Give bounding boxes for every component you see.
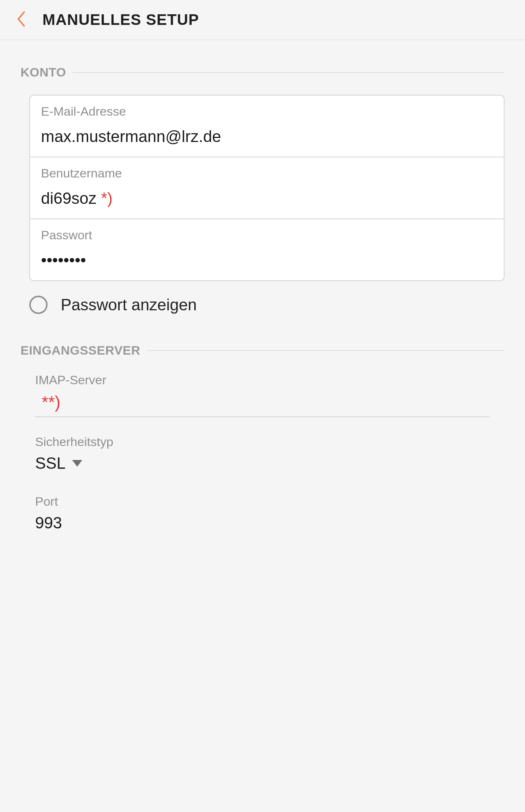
- content: KONTO E-Mail-Adresse max.mustermann@lrz.…: [0, 40, 525, 558]
- show-password-label: Passwort anzeigen: [61, 296, 197, 314]
- section-header-incoming: EINGANGSSERVER: [20, 343, 505, 358]
- security-type-value: SSL: [35, 454, 65, 472]
- email-label: E-Mail-Adresse: [41, 104, 493, 119]
- app-header: MANUELLES SETUP: [0, 0, 525, 40]
- username-value: di69soz *): [41, 189, 493, 207]
- divider: [73, 72, 505, 73]
- username-text: di69soz: [41, 189, 97, 207]
- password-field[interactable]: Passwort ••••••••: [30, 218, 504, 280]
- username-label: Benutzername: [41, 166, 493, 180]
- password-label: Passwort: [41, 228, 493, 242]
- section-label-incoming: EINGANGSSERVER: [20, 343, 140, 358]
- section-label-account: KONTO: [20, 65, 66, 79]
- email-value: max.mustermann@lrz.de: [41, 127, 493, 146]
- radio-unchecked-icon: [29, 296, 48, 314]
- username-annotation: *): [101, 189, 113, 207]
- port-value: 993: [35, 514, 62, 532]
- security-type-field[interactable]: Sicherheitstyp SSL: [35, 435, 490, 477]
- imap-server-field[interactable]: IMAP-Server **): [35, 373, 490, 417]
- section-header-account: KONTO: [20, 65, 505, 79]
- page-title: MANUELLES SETUP: [42, 11, 199, 29]
- divider: [147, 350, 505, 351]
- svg-marker-0: [72, 460, 82, 467]
- chevron-left-icon: [17, 11, 26, 28]
- port-field[interactable]: Port 993: [35, 494, 490, 536]
- account-card: E-Mail-Adresse max.mustermann@lrz.de Ben…: [29, 95, 505, 281]
- username-field[interactable]: Benutzername di69soz *): [30, 157, 504, 218]
- imap-server-label: IMAP-Server: [35, 373, 490, 387]
- back-button[interactable]: [15, 13, 28, 26]
- dropdown-caret-icon: [72, 460, 82, 467]
- imap-server-annotation: **): [42, 392, 60, 412]
- email-field[interactable]: E-Mail-Adresse max.mustermann@lrz.de: [30, 96, 504, 157]
- security-type-label: Sicherheitstyp: [35, 435, 490, 449]
- show-password-toggle[interactable]: Passwort anzeigen: [29, 296, 505, 314]
- password-value: ••••••••: [41, 251, 493, 269]
- port-label: Port: [35, 494, 490, 509]
